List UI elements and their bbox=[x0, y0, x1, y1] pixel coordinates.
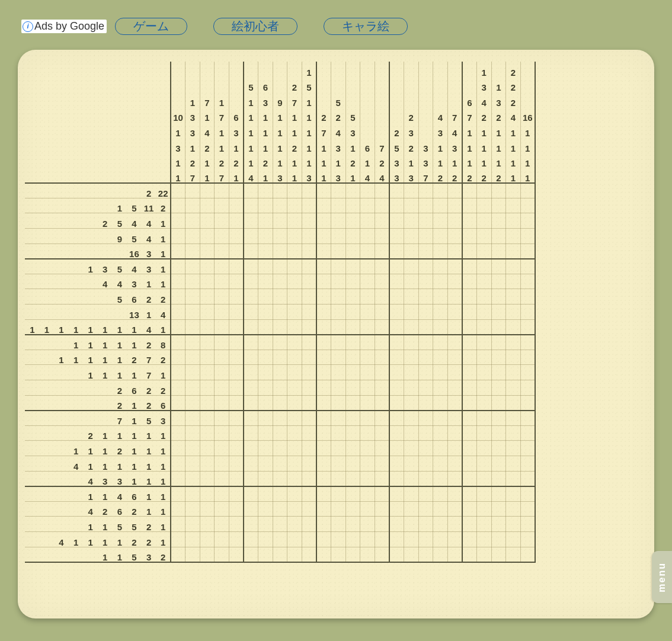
grid-cell[interactable] bbox=[258, 350, 273, 365]
grid-cell[interactable] bbox=[185, 213, 200, 229]
grid-cell[interactable] bbox=[273, 243, 287, 259]
grid-cell[interactable] bbox=[200, 243, 215, 259]
grid-cell[interactable] bbox=[244, 259, 258, 274]
grid-cell[interactable] bbox=[418, 198, 433, 213]
grid-cell[interactable] bbox=[389, 365, 404, 380]
grid-cell[interactable] bbox=[345, 395, 360, 411]
grid-cell[interactable] bbox=[273, 547, 287, 562]
grid-cell[interactable] bbox=[316, 471, 331, 486]
grid-cell[interactable] bbox=[404, 335, 418, 350]
grid-cell[interactable] bbox=[476, 486, 491, 502]
grid-cell[interactable] bbox=[287, 517, 302, 532]
grid-cell[interactable] bbox=[244, 183, 258, 198]
grid-cell[interactable] bbox=[229, 486, 244, 502]
grid-cell[interactable] bbox=[215, 335, 229, 350]
grid-cell[interactable] bbox=[360, 531, 375, 547]
grid-cell[interactable] bbox=[185, 305, 200, 320]
grid-cell[interactable] bbox=[229, 441, 244, 456]
grid-cell[interactable] bbox=[520, 517, 535, 532]
grid-cell[interactable] bbox=[506, 335, 521, 350]
grid-cell[interactable] bbox=[418, 365, 433, 380]
grid-cell[interactable] bbox=[273, 213, 287, 229]
grid-cell[interactable] bbox=[185, 198, 200, 213]
grid-cell[interactable] bbox=[462, 456, 477, 471]
grid-cell[interactable] bbox=[171, 259, 185, 274]
grid-cell[interactable] bbox=[375, 365, 389, 380]
grid-cell[interactable] bbox=[520, 471, 535, 486]
grid-cell[interactable] bbox=[302, 441, 316, 456]
grid-cell[interactable] bbox=[316, 274, 331, 289]
grid-cell[interactable] bbox=[462, 547, 477, 562]
grid-cell[interactable] bbox=[331, 229, 345, 244]
grid-cell[interactable] bbox=[258, 183, 273, 198]
grid-cell[interactable] bbox=[258, 395, 273, 411]
grid-cell[interactable] bbox=[491, 395, 506, 411]
grid-cell[interactable] bbox=[375, 501, 389, 517]
grid-cell[interactable] bbox=[273, 289, 287, 305]
grid-cell[interactable] bbox=[520, 274, 535, 289]
grid-cell[interactable] bbox=[302, 456, 316, 471]
grid-cell[interactable] bbox=[491, 501, 506, 517]
grid-cell[interactable] bbox=[200, 259, 215, 274]
grid-cell[interactable] bbox=[215, 517, 229, 532]
grid-cell[interactable] bbox=[302, 213, 316, 229]
grid-cell[interactable] bbox=[404, 456, 418, 471]
grid-cell[interactable] bbox=[287, 305, 302, 320]
grid-cell[interactable] bbox=[244, 441, 258, 456]
grid-cell[interactable] bbox=[447, 365, 462, 380]
grid-cell[interactable] bbox=[316, 517, 331, 532]
grid-cell[interactable] bbox=[491, 380, 506, 395]
grid-cell[interactable] bbox=[404, 395, 418, 411]
grid-cell[interactable] bbox=[215, 471, 229, 486]
grid-cell[interactable] bbox=[258, 501, 273, 517]
grid-cell[interactable] bbox=[360, 198, 375, 213]
grid-cell[interactable] bbox=[258, 243, 273, 259]
grid-cell[interactable] bbox=[331, 259, 345, 274]
grid-cell[interactable] bbox=[200, 183, 215, 198]
grid-cell[interactable] bbox=[462, 425, 477, 441]
grid-cell[interactable] bbox=[185, 395, 200, 411]
grid-cell[interactable] bbox=[345, 486, 360, 502]
grid-cell[interactable] bbox=[506, 259, 521, 274]
grid-cell[interactable] bbox=[287, 198, 302, 213]
grid-cell[interactable] bbox=[287, 289, 302, 305]
grid-cell[interactable] bbox=[200, 441, 215, 456]
grid-cell[interactable] bbox=[258, 380, 273, 395]
grid-cell[interactable] bbox=[520, 395, 535, 411]
grid-cell[interactable] bbox=[462, 198, 477, 213]
grid-cell[interactable] bbox=[404, 213, 418, 229]
grid-cell[interactable] bbox=[433, 441, 448, 456]
grid-cell[interactable] bbox=[171, 441, 185, 456]
grid-cell[interactable] bbox=[462, 517, 477, 532]
grid-cell[interactable] bbox=[462, 243, 477, 259]
grid-cell[interactable] bbox=[389, 441, 404, 456]
grid-cell[interactable] bbox=[447, 319, 462, 335]
grid-cell[interactable] bbox=[404, 243, 418, 259]
grid-cell[interactable] bbox=[520, 411, 535, 426]
grid-cell[interactable] bbox=[287, 395, 302, 411]
grid-cell[interactable] bbox=[404, 305, 418, 320]
grid-cell[interactable] bbox=[171, 411, 185, 426]
grid-cell[interactable] bbox=[287, 456, 302, 471]
grid-cell[interactable] bbox=[360, 289, 375, 305]
grid-cell[interactable] bbox=[360, 365, 375, 380]
grid-cell[interactable] bbox=[389, 486, 404, 502]
grid-cell[interactable] bbox=[491, 471, 506, 486]
grid-cell[interactable] bbox=[520, 365, 535, 380]
grid-cell[interactable] bbox=[302, 335, 316, 350]
grid-cell[interactable] bbox=[229, 531, 244, 547]
grid-cell[interactable] bbox=[273, 517, 287, 532]
grid-cell[interactable] bbox=[506, 517, 521, 532]
grid-cell[interactable] bbox=[200, 531, 215, 547]
grid-cell[interactable] bbox=[215, 365, 229, 380]
grid-cell[interactable] bbox=[316, 229, 331, 244]
grid-cell[interactable] bbox=[302, 517, 316, 532]
grid-cell[interactable] bbox=[200, 229, 215, 244]
grid-cell[interactable] bbox=[520, 380, 535, 395]
grid-cell[interactable] bbox=[345, 229, 360, 244]
grid-cell[interactable] bbox=[433, 456, 448, 471]
grid-cell[interactable] bbox=[244, 425, 258, 441]
grid-cell[interactable] bbox=[244, 531, 258, 547]
grid-cell[interactable] bbox=[200, 289, 215, 305]
grid-cell[interactable] bbox=[229, 243, 244, 259]
